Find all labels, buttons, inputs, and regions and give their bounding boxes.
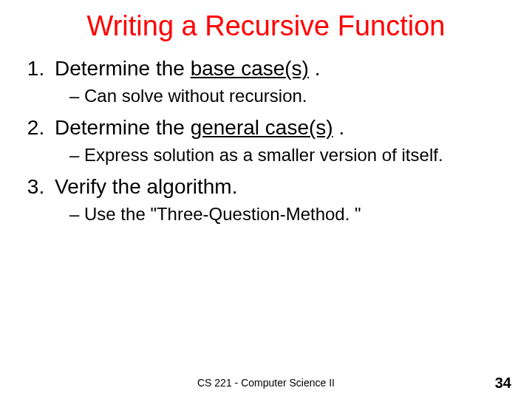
item2-prefix: Determine the: [55, 116, 191, 139]
slide: Writing a Recursive Function Determine t…: [0, 0, 532, 399]
main-list: Determine the base case(s) . Can solve w…: [15, 55, 517, 226]
slide-title: Writing a Recursive Function: [0, 0, 532, 42]
item1-suffix: .: [309, 57, 321, 80]
footer-course: CS 221 - Computer Science II: [0, 377, 532, 389]
item1-prefix: Determine the: [55, 57, 191, 80]
item2-suffix: .: [333, 116, 345, 139]
page-number: 34: [495, 375, 511, 392]
list-item-1-text: Determine the base case(s) .: [55, 57, 321, 80]
item2-underlined: general case(s): [191, 116, 333, 139]
list-item-3-text: Verify the algorithm.: [55, 175, 237, 198]
list-item-1-sub: Can solve without recursion.: [55, 84, 517, 107]
item3-prefix: Verify the algorithm.: [55, 175, 237, 198]
list-item-3: Verify the algorithm. Use the "Three-Que…: [50, 174, 517, 225]
slide-content: Determine the base case(s) . Can solve w…: [0, 42, 532, 226]
item1-underlined: base case(s): [191, 57, 309, 80]
list-item-2-sub: Express solution as a smaller version of…: [55, 143, 517, 166]
list-item-2: Determine the general case(s) . Express …: [50, 115, 517, 166]
list-item-3-sub: Use the "Three-Question-Method. ": [55, 202, 517, 225]
list-item-1: Determine the base case(s) . Can solve w…: [50, 55, 517, 107]
list-item-2-text: Determine the general case(s) .: [55, 116, 344, 139]
